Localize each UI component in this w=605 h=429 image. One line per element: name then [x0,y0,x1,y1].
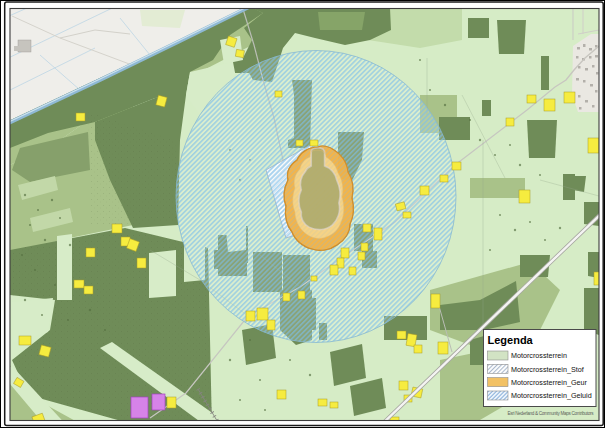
svg-text:Legenda: Legenda [488,334,534,346]
svg-text:Motorcrossterrein_Geur: Motorcrossterrein_Geur [511,378,587,387]
svg-text:Motorcrossterrein: Motorcrossterrein [511,351,567,360]
svg-text:Esri Nederland & Community Map: Esri Nederland & Community Maps Contribu… [508,411,595,416]
svg-text:Motorcrossterrein_Geluid: Motorcrossterrein_Geluid [511,391,592,400]
svg-text:Motorcrossterrein_Stof: Motorcrossterrein_Stof [511,365,584,374]
